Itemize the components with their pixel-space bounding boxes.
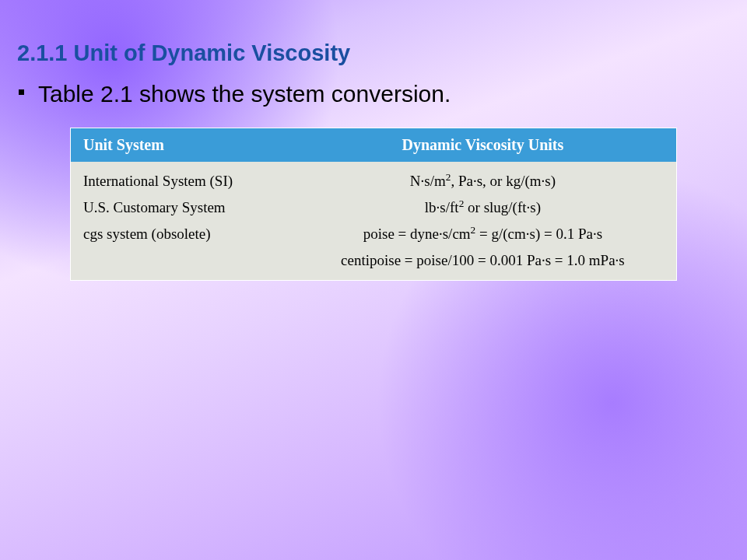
cell-unit-system	[71, 247, 289, 280]
cell-viscosity-units: lb·s/ft2 or slug/(ft·s)	[289, 194, 676, 221]
table-header-row: Unit System Dynamic Viscosity Units	[71, 128, 676, 162]
table-row: International System (SI) N·s/m2, Pa·s, …	[71, 162, 676, 194]
col-header-viscosity-units: Dynamic Viscosity Units	[289, 128, 676, 162]
bullet-text: Table 2.1 shows the system conversion.	[38, 79, 451, 109]
table-row: U.S. Customary System lb·s/ft2 or slug/(…	[71, 194, 676, 221]
table-row: cgs system (obsolete) poise = dyne·s/cm2…	[71, 221, 676, 247]
cell-unit-system: International System (SI)	[71, 162, 289, 194]
cell-viscosity-units: N·s/m2, Pa·s, or kg/(m·s)	[289, 162, 676, 194]
table-body: International System (SI) N·s/m2, Pa·s, …	[71, 162, 676, 280]
cell-unit-system: cgs system (obsolete)	[71, 221, 289, 247]
cell-viscosity-units: centipoise = poise/100 = 0.001 Pa·s = 1.…	[289, 247, 676, 280]
col-header-unit-system: Unit System	[71, 128, 289, 162]
cell-viscosity-units: poise = dyne·s/cm2 = g/(cm·s) = 0.1 Pa·s	[289, 221, 676, 247]
viscosity-table: Unit System Dynamic Viscosity Units Inte…	[71, 128, 676, 280]
bullet-item: Table 2.1 shows the system conversion.	[0, 79, 747, 109]
section-title: 2.1.1 Unit of Dynamic Viscosity	[0, 40, 747, 66]
table-row: centipoise = poise/100 = 0.001 Pa·s = 1.…	[71, 247, 676, 280]
table-container: Unit System Dynamic Viscosity Units Inte…	[70, 128, 677, 281]
cell-unit-system: U.S. Customary System	[71, 194, 289, 221]
slide: 2.1.1 Unit of Dynamic Viscosity Table 2.…	[0, 0, 747, 560]
bullet-icon	[19, 89, 24, 95]
